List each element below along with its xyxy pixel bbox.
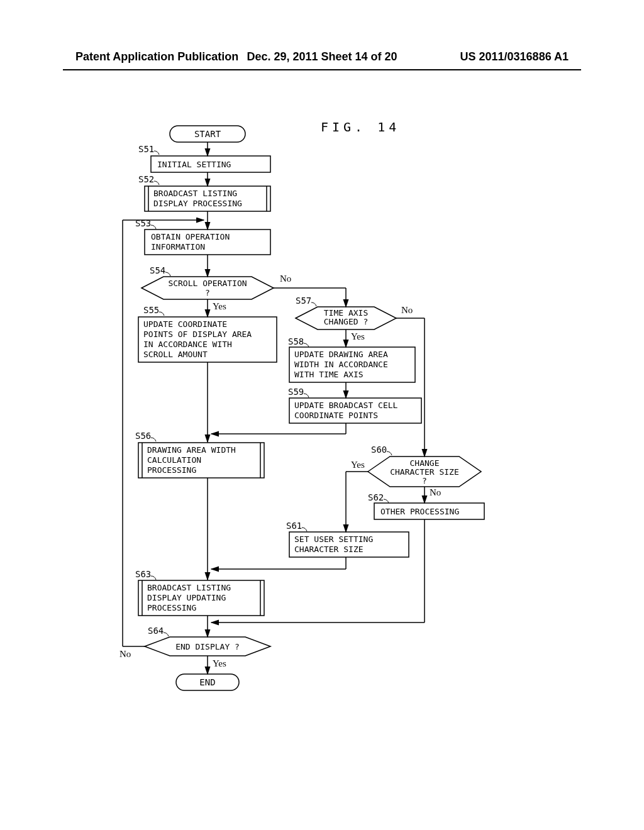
- svg-text:CHANGED ?: CHANGED ?: [324, 317, 368, 326]
- svg-text:S63: S63: [135, 569, 151, 579]
- header-rule: [63, 69, 581, 70]
- svg-text:S54: S54: [150, 265, 165, 275]
- node-end: END: [176, 674, 239, 690]
- svg-text:OBTAIN OPERATIONINFORMATION: OBTAIN OPERATIONINFORMATION: [151, 232, 230, 252]
- svg-text:SET USER SETTINGCHARACTER SIZE: SET USER SETTINGCHARACTER SIZE: [294, 534, 373, 554]
- svg-text:No: No: [119, 649, 131, 659]
- svg-text:Yes: Yes: [213, 658, 226, 668]
- svg-text:START: START: [194, 129, 221, 139]
- node-s63: S63 BROADCAST LISTINGDISPLAY UPDATINGPRO…: [135, 569, 264, 616]
- svg-text:CHANGE: CHANGE: [410, 458, 440, 468]
- svg-text:S61: S61: [286, 521, 302, 531]
- node-s59: S59 UPDATE BROADCAST CELLCOORDINATE POIN…: [288, 387, 421, 423]
- svg-text:S56: S56: [135, 431, 151, 441]
- node-s61: S61 SET USER SETTINGCHARACTER SIZE: [286, 521, 409, 557]
- flowchart: START S51 INITIAL SETTING S52 BROADCAST …: [113, 119, 503, 729]
- svg-text:END: END: [199, 677, 215, 687]
- node-s53: S53 OBTAIN OPERATIONINFORMATION: [135, 218, 270, 255]
- node-s62: S62 OTHER PROCESSING: [368, 492, 484, 519]
- node-s56: S56 DRAWING AREA WIDTHCALCULATIONPROCESS…: [135, 431, 264, 478]
- node-s52: S52 BROADCAST LISTINGDISPLAY PROCESSING: [138, 174, 270, 211]
- node-s51: S51 INITIAL SETTING: [138, 144, 270, 172]
- svg-text:S52: S52: [138, 174, 154, 184]
- svg-text:S55: S55: [143, 305, 159, 315]
- svg-text:?: ?: [422, 476, 427, 485]
- svg-text:S60: S60: [371, 445, 387, 455]
- svg-text:Yes: Yes: [351, 331, 365, 341]
- svg-text:UPDATE DRAWING AREAWIDTH IN AC: UPDATE DRAWING AREAWIDTH IN ACCORDANCEWI…: [294, 350, 388, 379]
- svg-text:S58: S58: [288, 336, 304, 346]
- svg-text:UPDATE BROADCAST CELLCOORDINAT: UPDATE BROADCAST CELLCOORDINATE POINTS: [294, 401, 398, 420]
- svg-text:No: No: [280, 274, 291, 284]
- svg-text:No: No: [430, 487, 441, 497]
- svg-text:SCROLL OPERATION: SCROLL OPERATION: [168, 279, 247, 288]
- node-s58: S58 UPDATE DRAWING AREAWIDTH IN ACCORDAN…: [288, 336, 415, 382]
- svg-text:INITIAL SETTING: INITIAL SETTING: [157, 160, 231, 169]
- svg-text:S62: S62: [368, 492, 384, 502]
- svg-text:S64: S64: [148, 626, 164, 636]
- svg-text:TIME AXIS: TIME AXIS: [324, 308, 368, 318]
- svg-text:BROADCAST LISTINGDISPLAY UPDAT: BROADCAST LISTINGDISPLAY UPDATINGPROCESS…: [147, 583, 231, 612]
- svg-text:S57: S57: [296, 296, 311, 306]
- svg-text:S59: S59: [288, 387, 304, 397]
- svg-text:OTHER PROCESSING: OTHER PROCESSING: [380, 507, 459, 516]
- svg-text:CHARACTER SIZE: CHARACTER SIZE: [390, 467, 459, 477]
- node-start: START: [170, 126, 245, 142]
- svg-text:DRAWING AREA WIDTHCALCULATIONP: DRAWING AREA WIDTHCALCULATIONPROCESSING: [147, 445, 236, 475]
- svg-text:END DISPLAY ?: END DISPLAY ?: [175, 642, 240, 651]
- page: Patent Application Publication Dec. 29, …: [0, 0, 644, 830]
- svg-text:Yes: Yes: [351, 460, 365, 470]
- svg-text:No: No: [401, 305, 413, 315]
- svg-text:BROADCAST LISTINGDISPLAY PROCE: BROADCAST LISTINGDISPLAY PROCESSING: [153, 189, 242, 208]
- svg-text:?: ?: [205, 288, 210, 297]
- svg-text:Yes: Yes: [213, 301, 226, 311]
- header-right: US 2011/0316886 A1: [460, 50, 569, 64]
- svg-text:UPDATE COORDINATEPOINTS OF DIS: UPDATE COORDINATEPOINTS OF DISPLAY AREAI…: [143, 319, 252, 359]
- svg-text:S51: S51: [138, 144, 154, 154]
